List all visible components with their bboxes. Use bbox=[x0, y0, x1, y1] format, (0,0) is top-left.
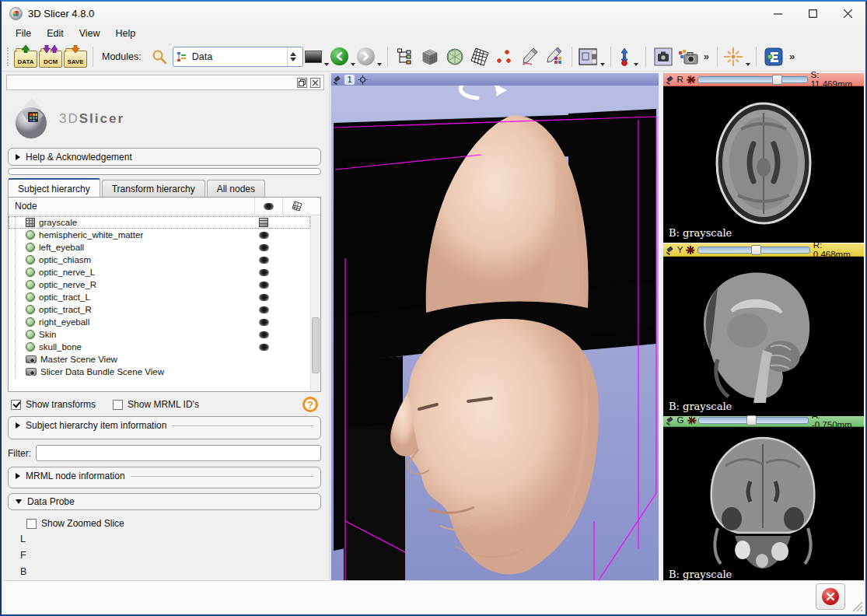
error-log-button[interactable] bbox=[816, 583, 845, 610]
visibility-eye-icon[interactable] bbox=[259, 282, 269, 289]
visibility-eye-icon[interactable] bbox=[259, 306, 269, 313]
tree-row[interactable]: left_eyeball bbox=[9, 241, 310, 254]
tab-transform-hierarchy[interactable]: Transform hierarchy bbox=[102, 180, 205, 197]
subject-hierarchy-module-button[interactable] bbox=[393, 44, 417, 69]
threed-view[interactable]: 1 bbox=[331, 73, 659, 583]
module-history-button[interactable] bbox=[305, 44, 329, 69]
tree-row[interactable]: optic_tract_R bbox=[9, 303, 310, 316]
tree-row[interactable]: Slicer Data Bundle Scene View bbox=[9, 366, 310, 378]
tree-row[interactable]: optic_tract_L bbox=[9, 291, 310, 303]
filter-input[interactable] bbox=[36, 445, 321, 461]
scene-view-button[interactable] bbox=[676, 44, 700, 69]
tab-subject-hierarchy[interactable]: Subject hierarchy bbox=[8, 178, 100, 197]
yellow-slice-controller-bar[interactable]: Y R: 0.468mm bbox=[663, 243, 864, 257]
volumes-module-button[interactable] bbox=[418, 44, 442, 69]
visibility-eye-icon[interactable] bbox=[259, 269, 269, 276]
menu-edit[interactable]: Edit bbox=[39, 26, 72, 40]
visibility-eye-icon[interactable] bbox=[259, 331, 269, 338]
help-acknowledgement-section[interactable]: Help & Acknowledgement bbox=[8, 148, 321, 166]
slider-handle[interactable] bbox=[746, 415, 757, 425]
pin-icon[interactable] bbox=[666, 246, 674, 254]
tree-row[interactable]: grayscale bbox=[9, 216, 310, 229]
load-data-button[interactable]: DATA bbox=[14, 44, 37, 69]
tree-row[interactable]: skull_bone bbox=[9, 341, 310, 353]
menu-help[interactable]: Help bbox=[108, 26, 144, 40]
screenshot-button[interactable] bbox=[652, 44, 675, 69]
toolbar-overflow[interactable]: » bbox=[701, 51, 711, 62]
tree-row[interactable]: Master Scene View bbox=[9, 353, 310, 366]
module-forward-button[interactable] bbox=[357, 44, 382, 69]
tree-row[interactable]: optic_nerve_L bbox=[9, 266, 310, 278]
resize-grip[interactable] bbox=[851, 600, 863, 612]
mouse-mode-button[interactable] bbox=[617, 44, 640, 69]
red-slice-slider[interactable] bbox=[697, 76, 807, 83]
tree-row[interactable]: optic_chiasm bbox=[9, 254, 310, 266]
annotations-module-button[interactable] bbox=[518, 44, 541, 69]
show-mrml-ids-checkbox[interactable]: Show MRML ID's bbox=[113, 399, 199, 410]
editor-module-button[interactable] bbox=[543, 44, 566, 69]
visibility-eye-icon[interactable] bbox=[259, 294, 269, 301]
show-transforms-checkbox[interactable]: Show transforms bbox=[11, 399, 96, 410]
slice-visibility-icon[interactable] bbox=[687, 75, 694, 84]
mrml-node-info-section[interactable]: MRML node information bbox=[8, 467, 321, 488]
yellow-slice-slider[interactable] bbox=[697, 247, 810, 254]
green-slice-viewport[interactable]: B: grayscale bbox=[663, 427, 864, 584]
tab-all-nodes[interactable]: All nodes bbox=[207, 180, 265, 197]
transform-column-header[interactable] bbox=[282, 198, 310, 215]
tree-row[interactable]: right_eyeball bbox=[9, 316, 310, 328]
slice-view-green[interactable]: G A: -0.750mm bbox=[663, 414, 864, 583]
slice-visibility-icon[interactable] bbox=[686, 246, 694, 254]
yellow-slice-viewport[interactable]: B: grayscale bbox=[663, 257, 864, 416]
tree-row[interactable]: hemispheric_white_matter bbox=[9, 229, 310, 241]
transforms-module-button[interactable] bbox=[468, 44, 491, 69]
red-slice-controller-bar[interactable]: R S: 11.469mm bbox=[663, 73, 864, 86]
save-button[interactable]: SAVE bbox=[64, 44, 87, 69]
fiducials-module-button[interactable] bbox=[493, 44, 516, 69]
slice-visibility-icon[interactable] bbox=[687, 416, 696, 425]
menu-view[interactable]: View bbox=[72, 26, 108, 40]
tree-row[interactable]: Skin bbox=[9, 328, 310, 341]
slider-handle[interactable] bbox=[751, 245, 761, 255]
visibility-eye-icon[interactable] bbox=[259, 344, 269, 351]
slider-handle[interactable] bbox=[772, 75, 782, 85]
pin-icon[interactable] bbox=[666, 416, 674, 424]
module-selector[interactable]: Data bbox=[173, 47, 303, 67]
tree-scrollbar[interactable] bbox=[310, 216, 320, 391]
threed-view-controller-bar[interactable]: 1 bbox=[331, 73, 659, 86]
models-module-button[interactable] bbox=[443, 44, 467, 69]
load-dicom-button[interactable]: DCM bbox=[39, 44, 62, 69]
show-zoomed-slice-checkbox[interactable]: Show Zoomed Slice bbox=[26, 518, 124, 529]
toolbar-grip[interactable] bbox=[7, 47, 10, 66]
scrollbar-thumb[interactable] bbox=[312, 317, 320, 373]
data-probe-section[interactable]: Data Probe bbox=[8, 493, 321, 510]
module-spinner[interactable] bbox=[287, 47, 299, 66]
visibility-eye-icon[interactable] bbox=[259, 257, 269, 264]
toolbar-overflow[interactable]: » bbox=[787, 51, 797, 62]
subject-hierarchy-item-info-section[interactable]: Subject hierarchy item information bbox=[8, 416, 321, 439]
tree-row[interactable]: optic_nerve_R bbox=[9, 278, 310, 291]
pin-icon[interactable] bbox=[666, 75, 674, 83]
visibility-eye-icon[interactable] bbox=[259, 244, 269, 251]
module-search-button[interactable] bbox=[148, 44, 171, 69]
help-button[interactable]: ? bbox=[302, 397, 318, 412]
visibility-eye-icon[interactable] bbox=[259, 232, 269, 239]
slice-view-red[interactable]: R S: 11.469mm bbox=[663, 73, 864, 243]
views-visibility-icon[interactable] bbox=[259, 218, 268, 227]
crosshair-button[interactable] bbox=[723, 44, 750, 69]
minimize-button[interactable] bbox=[760, 2, 795, 25]
undock-panel-button[interactable] bbox=[297, 78, 307, 88]
pin-icon[interactable] bbox=[334, 75, 341, 83]
menu-file[interactable]: File bbox=[8, 26, 39, 40]
slice-view-yellow[interactable]: Y R: 0.468mm bbox=[663, 243, 864, 413]
green-slice-slider[interactable] bbox=[698, 417, 809, 424]
maximize-button[interactable] bbox=[795, 2, 830, 25]
extensions-manager-button[interactable] bbox=[762, 44, 785, 69]
visibility-column-header[interactable] bbox=[254, 198, 282, 215]
close-button[interactable] bbox=[830, 2, 865, 25]
visibility-eye-icon[interactable] bbox=[259, 319, 269, 326]
threed-viewport[interactable] bbox=[331, 86, 659, 583]
close-panel-button[interactable] bbox=[310, 78, 320, 88]
module-back-button[interactable] bbox=[330, 44, 355, 69]
red-slice-viewport[interactable]: B: grayscale bbox=[663, 86, 864, 243]
layout-selector-button[interactable] bbox=[578, 44, 605, 69]
